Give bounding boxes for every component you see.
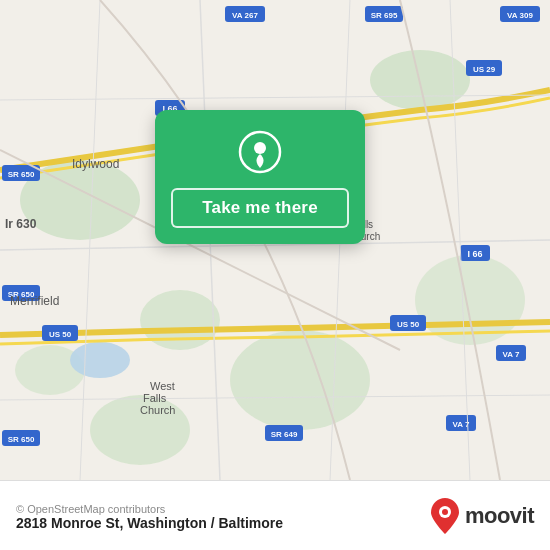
location-pin-icon bbox=[238, 130, 282, 174]
svg-text:VA 267: VA 267 bbox=[232, 11, 258, 20]
svg-text:VA 309: VA 309 bbox=[507, 11, 533, 20]
svg-text:US 29: US 29 bbox=[473, 65, 496, 74]
svg-point-4 bbox=[140, 290, 220, 350]
svg-text:Merrifield: Merrifield bbox=[10, 294, 59, 308]
svg-text:VA 7: VA 7 bbox=[503, 350, 520, 359]
svg-point-3 bbox=[230, 330, 370, 430]
moovit-label: moovit bbox=[465, 503, 534, 529]
copyright-text: © OpenStreetMap contributors bbox=[16, 503, 283, 515]
svg-text:Falls: Falls bbox=[143, 392, 167, 404]
moovit-icon bbox=[429, 498, 461, 534]
svg-text:US 50: US 50 bbox=[397, 320, 420, 329]
svg-text:SR 650: SR 650 bbox=[8, 435, 35, 444]
svg-text:Ir 630: Ir 630 bbox=[5, 217, 37, 231]
svg-point-48 bbox=[254, 142, 266, 154]
svg-text:SR 649: SR 649 bbox=[271, 430, 298, 439]
bottom-bar: © OpenStreetMap contributors 2818 Monroe… bbox=[0, 480, 550, 550]
moovit-logo: moovit bbox=[429, 498, 534, 534]
address-text: 2818 Monroe St, Washington / Baltimore bbox=[16, 515, 283, 531]
svg-point-8 bbox=[70, 342, 130, 378]
svg-text:West: West bbox=[150, 380, 175, 392]
svg-point-50 bbox=[442, 509, 448, 515]
svg-text:Idylwood: Idylwood bbox=[72, 157, 119, 171]
map-container: I 66 I 66 I 66 US 50 US 50 VA 267 SR 695… bbox=[0, 0, 550, 480]
location-card: Take me there bbox=[155, 110, 365, 244]
svg-text:SR 650: SR 650 bbox=[8, 170, 35, 179]
svg-text:SR 695: SR 695 bbox=[371, 11, 398, 20]
svg-text:I 66: I 66 bbox=[467, 249, 482, 259]
take-me-there-button[interactable]: Take me there bbox=[171, 188, 349, 228]
svg-text:US 50: US 50 bbox=[49, 330, 72, 339]
address-section: © OpenStreetMap contributors 2818 Monroe… bbox=[16, 501, 283, 531]
svg-text:Church: Church bbox=[140, 404, 175, 416]
